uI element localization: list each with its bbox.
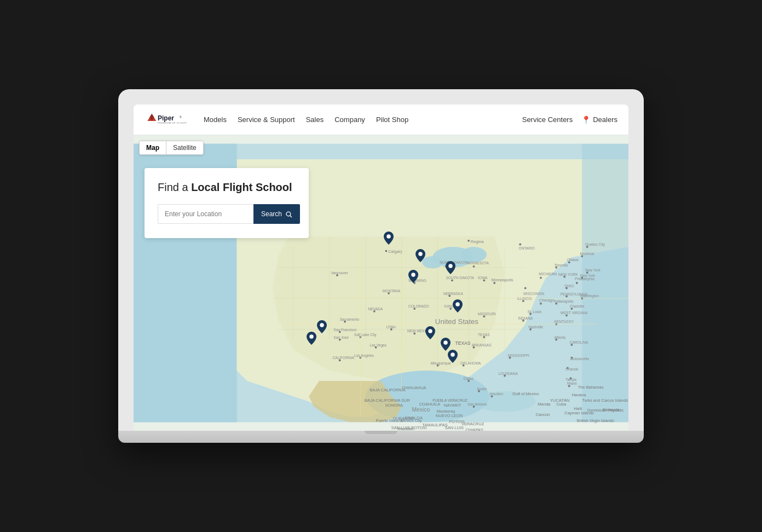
nav-company[interactable]: Company [334, 115, 365, 124]
svg-text:Las Vegas: Las Vegas [370, 343, 386, 348]
laptop-notch [365, 431, 397, 434]
svg-text:Piper: Piper [158, 114, 174, 122]
svg-text:ARKANSAS: ARKANSAS [472, 343, 492, 347]
svg-line-195 [290, 215, 292, 217]
svg-text:TEXAS: TEXAS [455, 340, 471, 346]
svg-text:MONTANA: MONTANA [383, 289, 401, 293]
svg-text:Minneapolis: Minneapolis [492, 277, 513, 282]
svg-text:Vancouver: Vancouver [331, 271, 349, 275]
svg-text:CHIHUAHUA: CHIHUAHUA [402, 385, 426, 390]
svg-text:CALIFORNIA: CALIFORNIA [332, 356, 354, 360]
svg-text:MISSISSIPPI: MISSISSIPPI [508, 354, 529, 357]
svg-text:Turks and Caicos Islands: Turks and Caicos Islands [582, 398, 628, 403]
svg-text:IOWA: IOWA [478, 276, 488, 280]
map-pin-9[interactable] [317, 320, 327, 333]
map-pin-7[interactable] [441, 338, 451, 351]
svg-point-194 [286, 212, 291, 216]
svg-point-202 [443, 340, 448, 345]
svg-text:Ottawa: Ottawa [567, 258, 579, 262]
svg-text:Mexico: Mexico [412, 407, 430, 413]
map-pin-8[interactable] [448, 350, 458, 363]
svg-point-204 [320, 323, 324, 327]
main-nav: Models Service & Support Sales Company P… [204, 115, 522, 124]
svg-text:Nashville: Nashville [528, 325, 543, 329]
map-pin-4[interactable] [446, 261, 455, 274]
svg-text:INDIANA: INDIANA [518, 316, 533, 320]
svg-text:UTAH: UTAH [386, 325, 396, 329]
svg-text:COAHUILA: COAHUILA [419, 402, 440, 407]
logo-area[interactable]: Piper ® FREEDOM OF FLIGHT [145, 109, 188, 130]
svg-text:SONORA: SONORA [385, 403, 403, 408]
nav-service-support[interactable]: Service & Support [238, 115, 295, 124]
svg-point-200 [455, 302, 460, 307]
svg-text:British Virgin Islands: British Virgin Islands [577, 418, 614, 423]
map-tab-group: Map Satellite [139, 141, 204, 155]
svg-point-25 [467, 240, 470, 242]
nav-sales[interactable]: Sales [306, 115, 324, 124]
svg-point-27 [519, 243, 521, 245]
nav-models[interactable]: Models [204, 115, 227, 124]
svg-text:San Francisco: San Francisco [333, 328, 356, 332]
map-pin-1[interactable] [384, 232, 394, 245]
svg-text:Salt Lake City: Salt Lake City [354, 333, 377, 337]
svg-text:NEBRASKA: NEBRASKA [443, 292, 463, 296]
svg-text:BAJA CALIFORNIA: BAJA CALIFORNIA [370, 388, 406, 392]
map-tab-map[interactable]: Map [140, 141, 166, 154]
svg-text:Dallas: Dallas [464, 377, 474, 380]
svg-point-201 [429, 329, 433, 333]
svg-text:COLORADO: COLORADO [408, 304, 429, 308]
svg-text:WEST VIRGINIA: WEST VIRGINIA [561, 311, 588, 315]
map-pin-5[interactable] [453, 299, 463, 313]
site-header: Piper ® FREEDOM OF FLIGHT Models Service… [134, 105, 628, 135]
svg-text:Puerto Vallarta: Puerto Vallarta [376, 418, 403, 423]
svg-text:TEXAS: TEXAS [478, 333, 490, 337]
svg-text:NEW YORK: NEW YORK [558, 273, 578, 276]
svg-text:PUEBLA VERACRUZ: PUEBLA VERACRUZ [432, 398, 467, 402]
map-container: Calgary Regina ONTARIO Minneapolis WISCO… [134, 135, 628, 431]
search-form: Search [158, 204, 296, 224]
svg-text:Menda: Menda [538, 402, 551, 407]
svg-text:BAJA CALIFORNIA SUR: BAJA CALIFORNIA SUR [365, 398, 411, 403]
svg-text:MINNESOTA: MINNESOTA [467, 261, 489, 265]
svg-text:KENTUCKY: KENTUCKY [554, 320, 574, 323]
svg-text:WISCONSIN: WISCONSIN [523, 292, 544, 296]
svg-point-31 [524, 287, 527, 290]
svg-text:SAN LUIS POTOSI: SAN LUIS POTOSI [391, 425, 427, 430]
map-pin-6[interactable] [425, 326, 435, 339]
svg-text:Cancún: Cancún [536, 412, 550, 417]
service-centers-link[interactable]: Service Centers [522, 115, 573, 124]
svg-point-9 [461, 247, 487, 262]
map-pin-3[interactable] [415, 249, 425, 262]
svg-point-197 [411, 273, 415, 277]
svg-text:OHIO: OHIO [564, 284, 574, 288]
svg-text:Philadelphia: Philadelphia [575, 277, 594, 281]
svg-text:JALISCO: JALISCO [376, 430, 392, 431]
svg-text:United States: United States [435, 317, 478, 326]
svg-text:Quebec City: Quebec City [585, 242, 605, 247]
svg-text:Los Angeles: Los Angeles [354, 354, 374, 358]
svg-text:Bermuda: Bermuda [603, 407, 620, 412]
map-pin-2[interactable] [408, 270, 418, 283]
location-input[interactable] [158, 204, 253, 224]
map-tab-satellite[interactable]: Satellite [166, 141, 203, 154]
svg-text:New York: New York [585, 268, 601, 272]
svg-point-23 [385, 250, 388, 252]
svg-text:MICHIGAN: MICHIGAN [539, 272, 557, 276]
search-button-label: Search [261, 210, 282, 218]
svg-text:SAN LUIS: SAN LUIS [445, 425, 464, 430]
svg-point-196 [386, 234, 391, 239]
svg-text:Charlotte: Charlotte [570, 304, 585, 308]
search-overlay: Find a Local Flight School Search [145, 168, 309, 238]
svg-text:Sacramento: Sacramento [340, 317, 360, 321]
svg-text:Houston: Houston [490, 392, 504, 396]
header-right: Service Centers 📍 Dealers [522, 115, 617, 124]
map-pin-10[interactable] [307, 332, 316, 345]
nav-pilot-shop[interactable]: Pilot Shop [376, 115, 408, 124]
search-icon [285, 211, 292, 218]
svg-text:NAYARIT: NAYARIT [444, 403, 461, 408]
dealers-link[interactable]: 📍 Dealers [581, 115, 617, 124]
svg-text:Cayman Islands: Cayman Islands [564, 410, 594, 415]
search-button[interactable]: Search [253, 204, 300, 224]
laptop-base [118, 431, 644, 443]
svg-text:Gulf of Mexico: Gulf of Mexico [512, 391, 539, 396]
